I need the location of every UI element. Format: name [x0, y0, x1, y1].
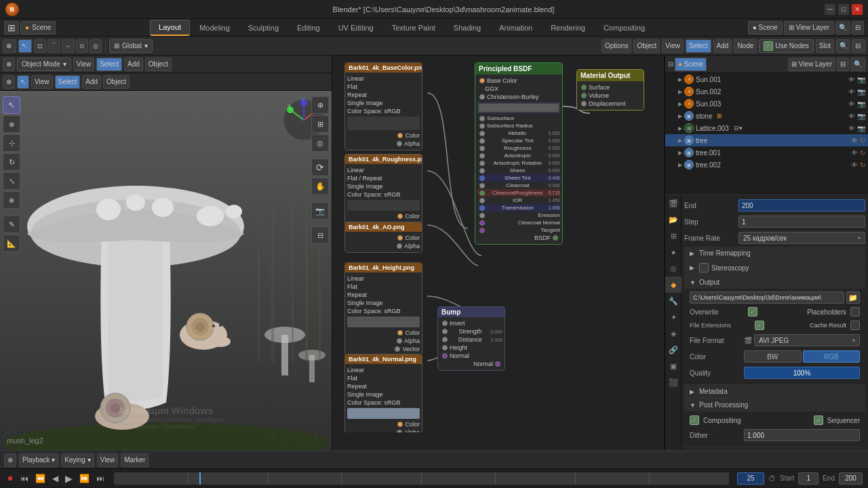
- tree-item-tree001[interactable]: ▶ ▣ tree.001 👁 ↻: [665, 146, 868, 159]
- visibility-icon5[interactable]: 👁: [848, 125, 855, 132]
- file-format-dropdown[interactable]: AVI JPEG: [754, 334, 860, 346]
- mode-select-btn[interactable]: ↖: [17, 75, 29, 89]
- tree-item-tree002[interactable]: ▶ ▣ tree.002 👁 ↻: [665, 159, 868, 171]
- render-icon4[interactable]: 📷: [857, 113, 865, 120]
- proportional-btn[interactable]: ◎: [90, 39, 102, 53]
- tl-keying-btn[interactable]: Keying ▾: [61, 453, 94, 467]
- bsdf-ior[interactable]: [479, 198, 485, 203]
- snap-btn[interactable]: ⊙: [76, 39, 88, 53]
- bsdf-metallic[interactable]: [479, 131, 485, 136]
- current-frame-field[interactable]: 25: [737, 472, 764, 485]
- tree-item-sun001[interactable]: ▶ ☀ Sun.001 👁 📷: [665, 73, 868, 85]
- box-select-btn[interactable]: ⊡: [34, 39, 46, 53]
- tree-item-sun002[interactable]: ▶ ☀ Sun.002 👁 📷: [665, 85, 868, 98]
- tl-view-btn[interactable]: View: [97, 453, 119, 467]
- add-btn-ne[interactable]: Add: [713, 39, 732, 53]
- prop-tab-data[interactable]: ▣: [665, 358, 682, 374]
- prop-tab-world[interactable]: ◎: [665, 260, 682, 277]
- visibility-icon4[interactable]: 👁: [848, 113, 855, 120]
- bsdf-transmission[interactable]: [479, 205, 485, 211]
- bsdf-specular[interactable]: [479, 138, 485, 144]
- compositing-checkbox[interactable]: [690, 415, 699, 425]
- visibility-icon3[interactable]: 👁: [848, 100, 855, 108]
- node-height-height-out[interactable]: [395, 346, 400, 352]
- scene-dropdown[interactable]: ● Scene: [20, 21, 56, 35]
- folder-icon-btn[interactable]: 📁: [846, 291, 860, 304]
- bsdf-rough-in[interactable]: [479, 146, 485, 151]
- options-btn[interactable]: Options: [601, 39, 631, 53]
- add-menu-btn[interactable]: Add: [124, 58, 143, 71]
- bump-normal-out[interactable]: [495, 361, 500, 367]
- filter-icon-btn[interactable]: ⊟: [852, 21, 864, 35]
- transform-btn[interactable]: ↔: [62, 39, 75, 53]
- node-normal[interactable]: Bark01_4k_Normal.png Linear Flat Repeat …: [344, 354, 422, 432]
- node-alpha-output[interactable]: [397, 141, 402, 146]
- object-btn[interactable]: Object: [633, 39, 660, 53]
- cursor-btn[interactable]: ⊕: [3, 115, 20, 133]
- prop-tab-constraints[interactable]: 🔗: [665, 342, 682, 358]
- prop-tab-render[interactable]: 🎬: [665, 195, 682, 211]
- maximize-button[interactable]: □: [838, 4, 849, 15]
- view-toggle-icon[interactable]: ⊕: [3, 75, 15, 89]
- node-ao[interactable]: Bark01_4k_AO.png Color Alpha: [344, 222, 422, 253]
- transform-btn2[interactable]: ⊕: [3, 191, 20, 209]
- framerate-dropdown[interactable]: 25 кадров/сек: [738, 232, 865, 244]
- vp-toggle-btn[interactable]: ⊕: [3, 58, 15, 71]
- bsdf-emission[interactable]: [479, 213, 485, 218]
- tree-item-stone[interactable]: ▶ ▣ stone ⊞ 👁 📷: [665, 110, 868, 122]
- visibility-icon[interactable]: 👁: [848, 76, 855, 83]
- visibility-icon8[interactable]: 👁: [851, 161, 858, 169]
- prop-tab-physics[interactable]: ◈: [665, 325, 682, 342]
- mode-add-btn[interactable]: Add: [82, 75, 101, 89]
- orbit-btn[interactable]: ⟳: [311, 159, 329, 176]
- pan-btn[interactable]: ✋: [311, 178, 329, 195]
- object-menu-btn[interactable]: Object: [145, 58, 172, 71]
- scene-selector-btn[interactable]: ● Scene: [748, 21, 783, 35]
- select-menu-btn[interactable]: Select: [96, 58, 122, 71]
- node-ao-alpha-out[interactable]: [397, 243, 402, 249]
- node-normal-alpha-out[interactable]: [397, 430, 402, 432]
- minimize-button[interactable]: ─: [825, 4, 835, 15]
- matout-surface-in[interactable]: [581, 85, 587, 90]
- metadata-header[interactable]: ▶ Metadata: [684, 385, 865, 398]
- tl-marker-btn[interactable]: Marker: [121, 453, 149, 467]
- slot-btn[interactable]: Slot: [816, 39, 834, 53]
- bump-normal-in[interactable]: [442, 353, 448, 359]
- tab-texture-paint[interactable]: Texture Paint: [383, 20, 444, 36]
- post-processing-header[interactable]: ▼ Post Processing: [684, 399, 865, 411]
- object-mode-dropdown[interactable]: Object Mode ▾: [17, 58, 71, 71]
- matout-volume-in[interactable]: [581, 93, 587, 98]
- scale-btn[interactable]: ⤡: [3, 172, 20, 190]
- output-header[interactable]: ▼ Output: [684, 276, 865, 289]
- visibility-icon2[interactable]: 👁: [848, 88, 855, 96]
- start-frame-field[interactable]: 1: [798, 472, 818, 485]
- move-btn[interactable]: ⊹: [3, 134, 20, 152]
- tab-sculpting[interactable]: Sculpting: [239, 20, 288, 36]
- node-normal-color-out[interactable]: [397, 422, 403, 427]
- tab-uv-editing[interactable]: UV Editing: [330, 20, 382, 36]
- filter-icon[interactable]: ⊟: [852, 39, 865, 53]
- bsdf-sheen[interactable]: [479, 168, 485, 174]
- render-icon2[interactable]: 📷: [857, 88, 865, 96]
- bsdf-clearcoatnormal[interactable]: [479, 220, 485, 226]
- step-forward-btn[interactable]: ⏩: [78, 474, 91, 483]
- jump-end-btn[interactable]: ⏭: [95, 474, 106, 483]
- use-nodes-toggle[interactable]: Use Nodes: [759, 39, 813, 53]
- bump-invert[interactable]: [442, 321, 448, 326]
- node-ao-color-out[interactable]: [397, 235, 403, 241]
- bsdf-basecolor-in[interactable]: [479, 78, 485, 83]
- bsdf-subsurf[interactable]: [479, 116, 485, 121]
- camera-btn[interactable]: 📷: [311, 202, 329, 220]
- view-layer-tab-btn[interactable]: ⊞ View Layer: [788, 58, 835, 71]
- overwrite-checkbox[interactable]: [748, 307, 757, 317]
- record-btn[interactable]: ⏺: [5, 474, 15, 482]
- visibility-icon6[interactable]: 👁: [851, 137, 858, 144]
- bsdf-aniso[interactable]: [479, 153, 485, 159]
- tree-item-tree[interactable]: ▶ ▣ tree 👁 ↻: [665, 134, 868, 146]
- view-perspective-btn[interactable]: ⊕: [311, 96, 329, 114]
- jump-start-btn[interactable]: ⏮: [19, 474, 30, 483]
- render-icon5[interactable]: 📷: [857, 125, 865, 132]
- measure-btn[interactable]: 📐: [3, 235, 20, 252]
- tab-modeling[interactable]: Modeling: [191, 20, 239, 36]
- bsdf-aniso-rot[interactable]: [479, 161, 485, 166]
